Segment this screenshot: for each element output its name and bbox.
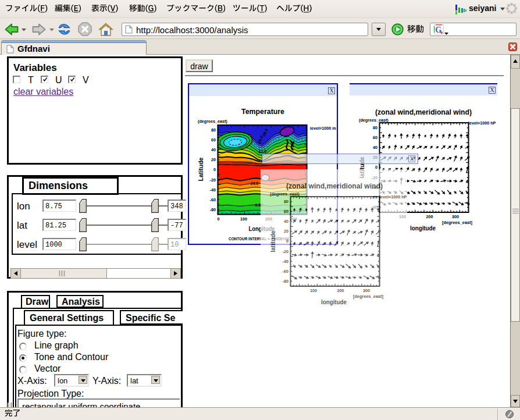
svg-text:Temperature: Temperature	[241, 107, 284, 116]
svg-text:-60: -60	[283, 269, 289, 274]
svg-text:(degrees_east): (degrees_east)	[359, 118, 389, 123]
svg-text:(zonal wind,meridional wind): (zonal wind,meridional wind)	[375, 108, 472, 116]
svg-text:200: 200	[426, 214, 433, 219]
svg-text:(zonal wind,meridional wind): (zonal wind,meridional wind)	[286, 182, 383, 190]
svg-text:[degrees_east]: [degrees_east]	[442, 220, 472, 225]
svg-text:-80: -80	[283, 279, 289, 284]
svg-text:20: 20	[211, 157, 216, 162]
svg-text:300: 300	[452, 214, 459, 219]
svg-text:40: 40	[284, 219, 289, 224]
svg-text:latitude: latitude	[269, 230, 276, 252]
svg-text:24.0: 24.0	[251, 181, 259, 186]
svg-text:0: 0	[286, 239, 289, 244]
svg-text:200: 200	[337, 288, 344, 293]
svg-text:40: 40	[211, 147, 216, 152]
svg-text:-80: -80	[210, 207, 216, 212]
svg-text:longitude: longitude	[410, 225, 436, 232]
svg-text:-40: -40	[210, 187, 216, 193]
svg-text:60: 60	[211, 137, 216, 143]
svg-text:100: 100	[310, 288, 317, 293]
svg-text:12.0: 12.0	[259, 150, 267, 154]
svg-text:-20: -20	[283, 249, 289, 254]
svg-text:0: 0	[213, 167, 216, 172]
svg-text:60: 60	[284, 209, 289, 214]
svg-text:-20: -20	[210, 177, 216, 183]
svg-text:-60: -60	[210, 197, 216, 202]
svg-text:longitude: longitude	[321, 298, 347, 305]
svg-text:80: 80	[211, 127, 216, 133]
svg-text:20: 20	[284, 229, 289, 234]
svg-text:60: 60	[373, 135, 377, 140]
svg-text:300: 300	[363, 288, 370, 293]
svg-text:level=1000 mb: level=1000 mb	[310, 126, 336, 131]
svg-text:-40: -40	[283, 259, 289, 264]
svg-text:40: 40	[373, 145, 377, 150]
svg-text:0: 0	[218, 216, 220, 222]
svg-text:100: 100	[240, 216, 247, 222]
svg-text:(degrees_east): (degrees_east)	[270, 191, 300, 197]
svg-text:level=1000 hP: level=1000 hP	[468, 120, 496, 126]
svg-text:Latitude: Latitude	[197, 157, 204, 181]
svg-text:[degrees_east]: [degrees_east]	[353, 294, 383, 299]
svg-text:level=1000 hP: level=1000 hP	[379, 194, 407, 200]
svg-text:80: 80	[284, 199, 289, 204]
svg-text:(degrees_east): (degrees_east)	[198, 119, 227, 124]
svg-text:80: 80	[373, 125, 377, 130]
